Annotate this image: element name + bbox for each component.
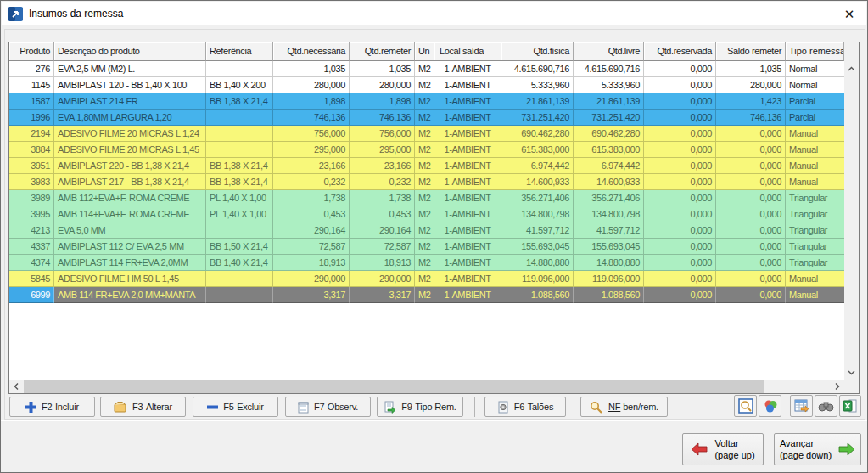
table-row[interactable]: 2194 ADESIVO FILME 20 MICRAS L 1,24 756,… xyxy=(9,126,860,142)
scroll-left-icon[interactable] xyxy=(9,380,24,393)
cell-qtdrem[interactable]: 1,898 xyxy=(350,93,415,110)
cell-qtdrem[interactable]: 0,232 xyxy=(350,174,415,190)
cell-un[interactable]: M2 xyxy=(415,255,434,271)
cell-local[interactable]: 1-AMBIENT xyxy=(434,126,501,142)
cell-saldo[interactable]: 0,000 xyxy=(716,206,786,222)
column-header-un[interactable]: Un xyxy=(415,42,434,61)
column-header-qtdnec[interactable]: Qtd.necessária xyxy=(273,42,350,61)
table-row[interactable]: 1996 EVA 1,80MM LARGURA 1,20 746,136 746… xyxy=(9,110,860,126)
cell-qtdrem[interactable]: 280,000 xyxy=(350,77,415,93)
cell-local[interactable]: 1-AMBIENT xyxy=(434,190,501,206)
cell-descricao[interactable]: ADESIVO FILME HM 50 L 1,45 xyxy=(54,271,206,287)
cell-qtdnec[interactable]: 290,000 xyxy=(273,271,350,287)
cell-fisica[interactable]: 14.600,933 xyxy=(501,174,574,190)
cell-qtdnec[interactable]: 746,136 xyxy=(273,110,350,126)
cell-saldo[interactable]: 746,136 xyxy=(716,110,786,126)
cell-local[interactable]: 1-AMBIENT xyxy=(434,239,501,255)
cell-produto[interactable]: 3989 xyxy=(9,190,54,206)
table-row[interactable]: 1587 AMBIPLAST 214 FR BB 1,38 X 21,4 1,8… xyxy=(9,93,860,110)
cell-qtdnec[interactable]: 72,587 xyxy=(273,239,350,255)
column-header-tipo[interactable]: Tipo remessa xyxy=(786,42,844,61)
cell-qtdrem[interactable]: 756,000 xyxy=(350,126,415,142)
cell-referencia[interactable] xyxy=(206,271,273,287)
table-row[interactable]: 276 EVA 2,5 MM (M2) L. 1,035 1,035 M2 1-… xyxy=(9,61,860,77)
table-row[interactable]: 4337 AMBIPLAST 112 C/ EVA 2,5 MM BB 1,50… xyxy=(9,239,860,255)
cell-un[interactable]: M2 xyxy=(415,110,434,126)
cell-produto[interactable]: 4213 xyxy=(9,222,54,239)
table-row[interactable]: 3884 ADESIVO FILME 20 MICRAS L 1,45 295,… xyxy=(9,142,860,158)
cell-qtdrem[interactable]: 1,738 xyxy=(350,190,415,206)
cell-qtdnec[interactable]: 290,164 xyxy=(273,222,350,239)
table-row[interactable]: 4213 EVA 5,0 MM 290,164 290,164 M2 1-AMB… xyxy=(9,222,860,239)
cell-livre[interactable]: 134.800,798 xyxy=(574,206,644,222)
cell-descricao[interactable]: AMBIPLAST 220 - BB 1,38 X 21,4 xyxy=(54,158,206,174)
cell-reservada[interactable]: 0,000 xyxy=(644,206,716,222)
cell-un[interactable]: M2 xyxy=(415,222,434,239)
vertical-scrollbar[interactable] xyxy=(844,42,859,380)
cell-saldo[interactable]: 0,000 xyxy=(716,142,786,158)
cell-descricao[interactable]: EVA 1,80MM LARGURA 1,20 xyxy=(54,110,206,126)
cell-livre[interactable]: 4.615.690,716 xyxy=(574,61,644,77)
cell-saldo[interactable]: 0,000 xyxy=(716,190,786,206)
cell-qtdrem[interactable]: 72,587 xyxy=(350,239,415,255)
cell-qtdnec[interactable]: 23,166 xyxy=(273,158,350,174)
cell-descricao[interactable]: ADESIVO FILME 20 MICRAS L 1,24 xyxy=(54,126,206,142)
cell-qtdrem[interactable]: 1,035 xyxy=(350,61,415,77)
cell-referencia[interactable] xyxy=(206,126,273,142)
cell-qtdrem[interactable]: 290,000 xyxy=(350,271,415,287)
cell-produto[interactable]: 3995 xyxy=(9,206,54,222)
cell-local[interactable]: 1-AMBIENT xyxy=(434,287,501,303)
cell-livre[interactable]: 21.861,139 xyxy=(574,93,644,110)
cell-produto[interactable]: 1145 xyxy=(9,77,54,93)
cell-saldo[interactable]: 0,000 xyxy=(716,271,786,287)
column-header-referencia[interactable]: Referência xyxy=(206,42,273,61)
cell-fisica[interactable]: 155.693,045 xyxy=(501,239,574,255)
cell-qtdrem[interactable]: 18,913 xyxy=(350,255,415,271)
cell-reservada[interactable]: 0,000 xyxy=(644,190,716,206)
f2-incluir-button[interactable]: F2-Incluir xyxy=(9,397,95,417)
cell-qtdnec[interactable]: 280,000 xyxy=(273,77,350,93)
nf-ben-rem-button[interactable]: NF ben/rem. xyxy=(580,397,668,417)
f9-tipo-rem-button[interactable]: F9-Tipo Rem. xyxy=(377,397,463,417)
cell-saldo[interactable]: 0,000 xyxy=(716,158,786,174)
column-header-fisica[interactable]: Qtd.física xyxy=(501,42,574,61)
f3-alterar-button[interactable]: F3-Alterar xyxy=(100,397,186,417)
table-row[interactable]: 5845 ADESIVO FILME HM 50 L 1,45 290,000 … xyxy=(9,271,860,287)
column-header-saldo[interactable]: Saldo remeter xyxy=(716,42,786,61)
f5-excluir-button[interactable]: F5-Excluir xyxy=(193,397,278,417)
cell-reservada[interactable]: 0,000 xyxy=(644,287,716,303)
cell-local[interactable]: 1-AMBIENT xyxy=(434,77,501,93)
cell-un[interactable]: M2 xyxy=(415,61,434,77)
cell-qtdnec[interactable]: 1,898 xyxy=(273,93,350,110)
cell-reservada[interactable]: 0,000 xyxy=(644,110,716,126)
cell-descricao[interactable]: AMB 112+EVA+F. ROMA CREME xyxy=(54,190,206,206)
column-header-livre[interactable]: Qtd.livre xyxy=(574,42,644,61)
cell-produto[interactable]: 4374 xyxy=(9,255,54,271)
table-row[interactable]: 3983 AMBIPLAST 217 - BB 1,38 X 21,4 BB 1… xyxy=(9,174,860,190)
cell-descricao[interactable]: ADESIVO FILME 20 MICRAS L 1,45 xyxy=(54,142,206,158)
cell-local[interactable]: 1-AMBIENT xyxy=(434,174,501,190)
cell-qtdrem[interactable]: 295,000 xyxy=(350,142,415,158)
cell-referencia[interactable] xyxy=(206,110,273,126)
cell-descricao[interactable]: EVA 2,5 MM (M2) L. xyxy=(54,61,206,77)
cell-reservada[interactable]: 0,000 xyxy=(644,61,716,77)
cell-livre[interactable]: 6.974,442 xyxy=(574,158,644,174)
grid-export-button[interactable] xyxy=(790,395,813,417)
scroll-up-icon[interactable] xyxy=(844,62,859,76)
cell-saldo[interactable]: 1,423 xyxy=(716,93,786,110)
cell-descricao[interactable]: AMBIPLAST 214 FR xyxy=(54,93,206,110)
cell-fisica[interactable]: 41.597,712 xyxy=(501,222,574,239)
cell-referencia[interactable]: BB 1,38 X 21,4 xyxy=(206,158,273,174)
cell-un[interactable]: M2 xyxy=(415,174,434,190)
cell-referencia[interactable]: PL 1,40 X 1,00 xyxy=(206,206,273,222)
cell-un[interactable]: M2 xyxy=(415,142,434,158)
cell-livre[interactable]: 119.096,000 xyxy=(574,271,644,287)
cell-saldo[interactable]: 0,000 xyxy=(716,174,786,190)
cell-referencia[interactable] xyxy=(206,61,273,77)
cell-produto[interactable]: 1587 xyxy=(9,93,54,110)
avancar-button[interactable]: Avançar (page down) xyxy=(774,433,861,465)
cell-fisica[interactable]: 615.383,000 xyxy=(501,142,574,158)
cell-reservada[interactable]: 0,000 xyxy=(644,222,716,239)
cell-un[interactable]: M2 xyxy=(415,271,434,287)
cell-fisica[interactable]: 14.880,880 xyxy=(501,255,574,271)
